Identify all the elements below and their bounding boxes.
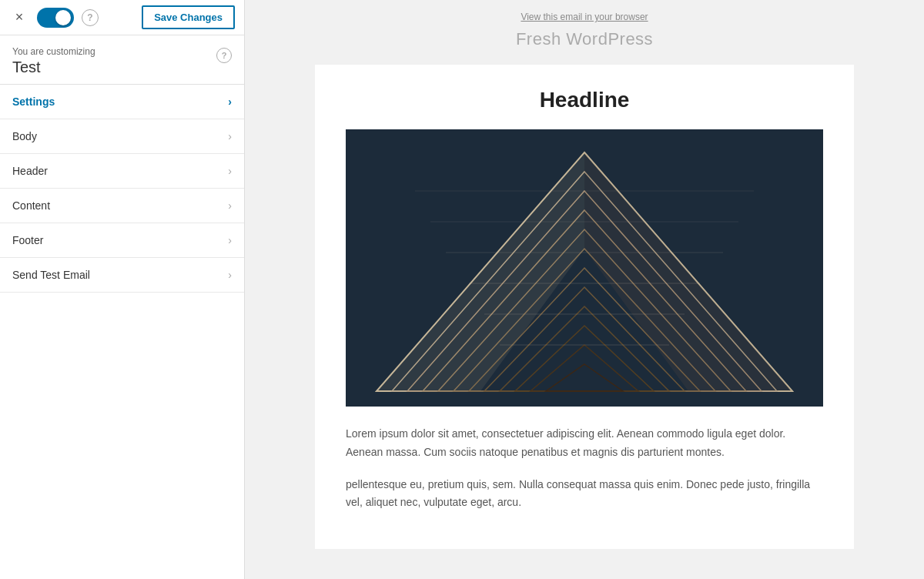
nav-label-send-test-email: Send Test Email bbox=[12, 269, 90, 281]
email-preview: View this email in your browser Fresh Wo… bbox=[245, 0, 924, 579]
customizing-help-button[interactable]: ? bbox=[216, 48, 232, 63]
nav-label-body: Body bbox=[12, 130, 37, 142]
toggle-wrap bbox=[37, 8, 74, 28]
preview-inner: View this email in your browser Fresh Wo… bbox=[292, 0, 877, 579]
nav-list: Settings › Body › Header › Content › Foo… bbox=[0, 85, 244, 579]
view-in-browser-link[interactable]: View this email in your browser bbox=[521, 12, 648, 22]
chevron-right-icon: › bbox=[228, 130, 232, 142]
site-title: Fresh WordPress bbox=[315, 29, 854, 49]
chevron-right-icon: › bbox=[228, 165, 232, 177]
close-icon: × bbox=[15, 9, 24, 25]
email-body: Headline bbox=[315, 65, 854, 549]
nav-item-send-test-email[interactable]: Send Test Email › bbox=[0, 258, 244, 293]
nav-label-settings: Settings bbox=[12, 95, 55, 108]
nav-item-content[interactable]: Content › bbox=[0, 189, 244, 223]
help-button[interactable]: ? bbox=[82, 9, 99, 26]
nav-label-header: Header bbox=[12, 165, 48, 177]
nav-label-content: Content bbox=[12, 199, 50, 212]
sidebar: × ? Save Changes You are customizing Tes… bbox=[0, 0, 245, 579]
email-headline: Headline bbox=[346, 88, 823, 112]
nav-label-footer: Footer bbox=[12, 234, 43, 246]
email-container: Fresh WordPress Headline bbox=[292, 29, 877, 549]
customizing-label: You are customizing bbox=[12, 46, 95, 57]
nav-item-footer[interactable]: Footer › bbox=[0, 223, 244, 258]
nav-item-body[interactable]: Body › bbox=[0, 119, 244, 154]
top-bar: × ? Save Changes bbox=[0, 0, 244, 35]
browser-link-bar: View this email in your browser bbox=[292, 0, 877, 29]
chevron-right-icon: › bbox=[228, 95, 232, 108]
customizing-theme-name: Test bbox=[12, 59, 95, 76]
customizing-section: You are customizing Test ? bbox=[0, 35, 244, 85]
chevron-right-icon: › bbox=[228, 269, 232, 281]
chevron-right-icon: › bbox=[228, 199, 232, 212]
email-hero-image bbox=[346, 129, 823, 407]
preview-toggle[interactable] bbox=[37, 8, 74, 28]
save-changes-button[interactable]: Save Changes bbox=[142, 5, 235, 29]
email-paragraph-1: Lorem ipsum dolor sit amet, consectetuer… bbox=[346, 425, 823, 462]
nav-item-header[interactable]: Header › bbox=[0, 154, 244, 189]
nav-item-settings[interactable]: Settings › bbox=[0, 85, 244, 119]
close-button[interactable]: × bbox=[9, 8, 29, 28]
chevron-right-icon: › bbox=[228, 234, 232, 246]
email-paragraph-2: pellentesque eu, pretium quis, sem. Null… bbox=[346, 476, 823, 513]
